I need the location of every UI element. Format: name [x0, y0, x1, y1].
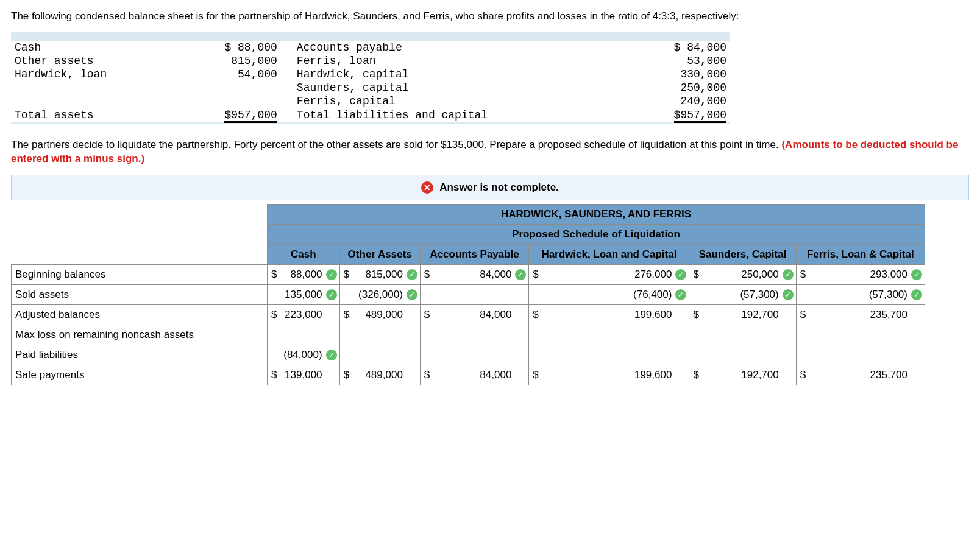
table-row: Safe payments$139,000$489,000$84,000$199…	[12, 365, 925, 385]
bs-right-label: Ferris, loan	[293, 54, 629, 68]
value-cell[interactable]: $199,600	[529, 365, 689, 385]
error-icon: ✕	[421, 181, 433, 194]
bs-right-amount: 330,000	[628, 68, 730, 81]
value-cell[interactable]	[796, 325, 925, 345]
cell-value: (84,000)	[283, 349, 322, 360]
col-header: Accounts Payable	[420, 245, 528, 265]
value-cell[interactable]	[796, 345, 925, 365]
currency-symbol: $	[344, 269, 349, 281]
cell-value: 489,000	[365, 369, 402, 381]
currency-symbol: $	[424, 369, 430, 381]
check-icon: ✓	[675, 269, 686, 280]
currency-symbol: $	[533, 369, 538, 381]
value-cell[interactable]: $192,700	[689, 305, 796, 325]
balance-sheet-box: Cash $ 88,000 Accounts payable $ 84,000 …	[11, 32, 730, 124]
bs-right-amount: 53,000	[628, 54, 730, 68]
value-cell[interactable]	[268, 325, 340, 345]
cell-value: 276,000	[634, 269, 672, 280]
row-label: Beginning balances	[12, 265, 268, 285]
col-header: Cash	[268, 245, 340, 265]
cell-value: 135,000	[285, 289, 322, 300]
check-icon: ✓	[407, 269, 417, 280]
value-cell[interactable]: 135,000✓	[268, 285, 340, 305]
currency-symbol: $	[533, 269, 538, 281]
value-cell[interactable]: $250,000✓	[689, 265, 796, 285]
col-header: Ferris, Loan & Capital	[796, 245, 925, 265]
value-cell[interactable]	[689, 345, 796, 365]
bs-right-total-label: Total liabilities and capital	[293, 108, 629, 122]
currency-symbol: $	[271, 309, 277, 321]
cell-value: 88,000	[291, 269, 322, 280]
value-cell[interactable]: $84,000	[420, 305, 528, 325]
currency-symbol: $	[271, 269, 277, 281]
value-cell[interactable]: $88,000✓	[268, 265, 340, 285]
bs-left-amount: 54,000	[179, 68, 281, 81]
currency-symbol: $	[800, 269, 806, 281]
schedule-title-2: Proposed Schedule of Liquidation	[268, 225, 925, 245]
bs-right-total-amount: $957,000	[628, 108, 730, 122]
value-cell[interactable]	[339, 325, 420, 345]
value-cell[interactable]: (84,000)✓	[268, 345, 340, 365]
currency-symbol: $	[271, 369, 277, 381]
value-cell[interactable]	[339, 345, 420, 365]
currency-symbol: $	[800, 309, 806, 321]
table-row: Sold assets135,000✓(326,000)✓(76,400)✓(5…	[12, 285, 925, 305]
value-cell[interactable]: $815,000✓	[339, 265, 420, 285]
bs-left-label: Cash	[11, 41, 179, 54]
currency-symbol: $	[693, 309, 698, 321]
value-cell[interactable]: (76,400)✓	[529, 285, 689, 305]
bs-left-label: Hardwick, loan	[11, 68, 179, 81]
value-cell[interactable]	[420, 325, 528, 345]
cell-value: 84,000	[480, 309, 511, 320]
value-cell[interactable]: $489,000	[339, 365, 420, 385]
value-cell[interactable]	[529, 345, 689, 365]
schedule-table: HARDWICK, SAUNDERS, AND FERRIS Proposed …	[11, 204, 925, 385]
value-cell[interactable]: $223,000	[268, 305, 340, 325]
currency-symbol: $	[344, 309, 349, 321]
bs-right-label: Hardwick, capital	[293, 68, 629, 81]
value-cell[interactable]: (57,300)✓	[689, 285, 796, 305]
value-cell[interactable]: $293,000✓	[796, 265, 925, 285]
row-label: Adjusted balances	[12, 305, 268, 325]
currency-symbol: $	[693, 369, 698, 381]
value-cell[interactable]: $139,000	[268, 365, 340, 385]
value-cell[interactable]	[420, 345, 528, 365]
currency-symbol: $	[693, 269, 698, 281]
check-icon: ✓	[407, 289, 417, 300]
value-cell[interactable]: $192,700	[689, 365, 796, 385]
value-cell[interactable]: $235,700	[796, 305, 925, 325]
cell-value: 815,000	[365, 269, 402, 280]
bs-right-label: Ferris, capital	[293, 94, 629, 108]
value-cell[interactable]	[689, 325, 796, 345]
value-cell[interactable]: $199,600	[529, 305, 689, 325]
cell-value: 235,700	[870, 309, 907, 320]
row-label: Max loss on remaining noncash assets	[12, 325, 268, 345]
check-icon: ✓	[783, 269, 794, 280]
value-cell[interactable]: $84,000✓	[420, 265, 528, 285]
cell-value: (57,300)	[740, 289, 778, 300]
value-cell[interactable]: $276,000✓	[529, 265, 689, 285]
check-icon: ✓	[783, 289, 794, 300]
cell-value: 223,000	[285, 309, 322, 320]
value-cell[interactable]: $489,000	[339, 305, 420, 325]
bs-right-amount: $ 84,000	[628, 41, 730, 54]
value-cell[interactable]: $235,700	[796, 365, 925, 385]
bs-right-label: Saunders, capital	[293, 81, 629, 94]
balance-sheet-table: Cash $ 88,000 Accounts payable $ 84,000 …	[11, 41, 730, 122]
cell-value: 293,000	[870, 269, 907, 280]
cell-value: 199,600	[634, 369, 672, 381]
check-icon: ✓	[911, 289, 922, 300]
intro-text: The following condensed balance sheet is…	[11, 10, 969, 24]
currency-symbol: $	[424, 309, 430, 321]
value-cell[interactable]	[420, 285, 528, 305]
status-banner: ✕ Answer is not complete.	[11, 175, 969, 201]
value-cell[interactable]	[529, 325, 689, 345]
value-cell[interactable]: (326,000)✓	[339, 285, 420, 305]
cell-value: (57,300)	[869, 289, 907, 300]
check-icon: ✓	[326, 350, 337, 360]
table-row: Beginning balances$88,000✓$815,000✓$84,0…	[12, 265, 925, 285]
value-cell[interactable]: (57,300)✓	[796, 285, 925, 305]
table-row: Adjusted balances$223,000$489,000$84,000…	[12, 305, 925, 325]
row-label: Safe payments	[12, 365, 268, 385]
value-cell[interactable]: $84,000	[420, 365, 528, 385]
